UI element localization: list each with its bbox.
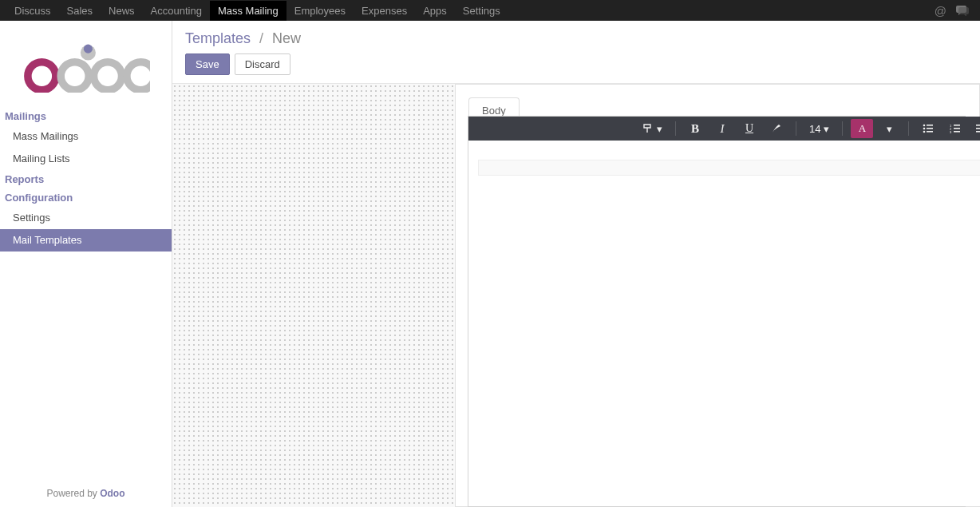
underline-button[interactable]: U (738, 119, 761, 138)
footer-brand[interactable]: Odoo (100, 488, 124, 499)
fontsize-select[interactable]: 14 ▾ (804, 119, 834, 138)
svg-text:3: 3 (950, 130, 952, 134)
svg-point-3 (61, 62, 89, 90)
svg-rect-17 (954, 128, 960, 129)
svg-rect-21 (976, 128, 980, 129)
breadcrumb-root[interactable]: Templates (185, 30, 251, 46)
chevron-down-icon: ▾ (824, 123, 829, 135)
svg-point-10 (923, 128, 926, 130)
italic-button[interactable]: I (711, 119, 733, 138)
text-color-button[interactable]: A (851, 119, 873, 138)
nav-mass-mailing[interactable]: Mass Mailing (210, 1, 286, 21)
discard-button[interactable]: Discard (235, 53, 290, 75)
app-logo (0, 21, 172, 107)
sidebar-section-reports: Reports (0, 170, 172, 188)
sidebar-section-mailings: Mailings (0, 107, 172, 125)
nav-accounting[interactable]: Accounting (143, 1, 210, 21)
breadcrumb: Templates / New (185, 30, 967, 47)
sidebar-section-configuration: Configuration (0, 188, 172, 207)
email-editor: Headers fin✔ Left Logo TEXTfin✔ (468, 116, 966, 507)
svg-rect-11 (927, 128, 933, 129)
sidebar-item-mailing-lists[interactable]: Mailing Lists (0, 148, 172, 170)
svg-rect-20 (976, 125, 980, 126)
chat-icon[interactable] (951, 5, 974, 16)
svg-rect-13 (927, 131, 933, 133)
breadcrumb-sep: / (259, 30, 263, 46)
nav-settings[interactable]: Settings (455, 1, 508, 21)
sidebar-item-mail-templates[interactable]: Mail Templates (0, 229, 172, 252)
svg-rect-19 (954, 131, 960, 133)
nav-sales[interactable]: Sales (59, 1, 101, 21)
nav-apps[interactable]: Apps (415, 1, 455, 21)
number-list-button[interactable]: 123 (944, 119, 966, 138)
clear-format-button[interactable] (765, 119, 788, 138)
align-button[interactable]: ▾ (971, 119, 980, 138)
sidebar: Mailings Mass Mailings Mailing Lists Rep… (0, 21, 172, 507)
sidebar-item-settings[interactable]: Settings (0, 207, 172, 229)
save-button[interactable]: Save (185, 53, 230, 75)
footer-prefix: Powered by (46, 488, 100, 499)
chevron-down-icon: ▾ (887, 123, 892, 135)
sidebar-footer: Powered by Odoo (0, 480, 172, 507)
editor-toolbar: ▾ B I U 14 ▾ (468, 117, 980, 141)
svg-point-12 (923, 131, 926, 133)
top-navbar: Discuss Sales News Accounting Mass Maili… (0, 0, 980, 21)
svg-point-8 (923, 125, 926, 127)
nav-employees[interactable]: Employees (286, 1, 354, 21)
breadcrumb-bar: Templates / New Save Discard (172, 21, 980, 84)
svg-point-5 (126, 62, 149, 90)
breadcrumb-current: New (272, 30, 301, 46)
editor-body[interactable] (478, 160, 980, 176)
nav-news[interactable]: News (101, 1, 143, 21)
chevron-down-icon: ▾ (657, 123, 662, 135)
bold-button[interactable]: B (684, 119, 706, 138)
sidebar-item-mass-mailings[interactable]: Mass Mailings (0, 125, 172, 148)
svg-rect-15 (954, 125, 960, 126)
editor-canvas[interactable] (468, 141, 980, 506)
mention-icon[interactable]: @ (930, 4, 951, 18)
paint-format-button[interactable]: ▾ (638, 119, 667, 138)
nav-expenses[interactable]: Expenses (354, 1, 415, 21)
nav-discuss[interactable]: Discuss (6, 1, 59, 21)
text-color-dropdown[interactable]: ▾ (878, 119, 900, 138)
svg-point-4 (93, 62, 121, 90)
editor-canvas-pane: ▾ B I U 14 ▾ (468, 117, 980, 506)
svg-rect-9 (927, 125, 933, 126)
svg-rect-22 (976, 131, 980, 133)
svg-point-1 (83, 45, 92, 53)
main-area: Templates / New Save Discard Body (172, 21, 980, 507)
svg-point-2 (27, 62, 55, 90)
bullet-list-button[interactable] (917, 119, 939, 138)
